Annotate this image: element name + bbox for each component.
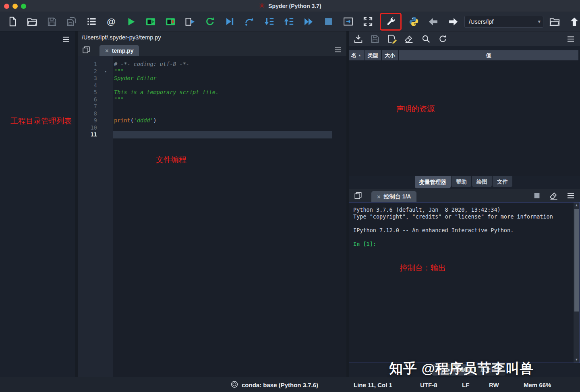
debug-file-button[interactable]	[221, 14, 238, 29]
import-data-button[interactable]	[352, 33, 364, 45]
preferences-button[interactable]	[382, 14, 399, 29]
tab-console-1a[interactable]: × 控制台 1/A	[371, 191, 416, 202]
code-line-11-current[interactable]: 11	[78, 131, 346, 138]
tab-files[interactable]: 文件	[493, 176, 512, 187]
variable-table-body[interactable]: 声明的资源	[349, 60, 580, 176]
code-line-9[interactable]: 9print('dddd')	[78, 117, 346, 124]
code-editor[interactable]: 1# -*- coding: utf-8 -*- 2▾""" 3Spyder E…	[78, 56, 346, 377]
line-number: 1	[78, 61, 98, 68]
symbol-finder-button[interactable]: @	[103, 14, 120, 29]
step-over-button[interactable]	[241, 14, 258, 29]
open-file-button[interactable]	[24, 14, 41, 29]
variable-explorer-menu-button[interactable]	[565, 33, 577, 45]
back-button[interactable]	[425, 14, 442, 29]
continue-button[interactable]	[300, 14, 317, 29]
code-line-8[interactable]: 8	[78, 110, 346, 118]
stop-debug-button[interactable]	[320, 14, 337, 29]
code-line-4[interactable]: 4	[78, 82, 346, 89]
forward-button[interactable]	[445, 14, 462, 29]
window-title: Spyder (Python 3.7)	[259, 2, 321, 10]
line-number: 2	[78, 68, 98, 75]
annotation-declared-resources: 声明的资源	[396, 104, 435, 114]
step-out-button[interactable]	[280, 14, 297, 29]
column-header-name[interactable]: 名▲	[349, 50, 364, 60]
column-header-value[interactable]: 值	[399, 50, 578, 60]
code-line-5[interactable]: 5This is a temporary script file.	[78, 89, 346, 96]
project-options-menu-button[interactable]	[60, 34, 72, 45]
working-directory-combobox[interactable]: /Users/lpf ▾	[464, 16, 543, 28]
save-data-as-button[interactable]	[386, 33, 398, 45]
line-number: 8	[78, 110, 98, 118]
line-number: 10	[78, 124, 98, 132]
project-explorer-panel: 工程目录管理列表	[0, 31, 75, 377]
code-line-2[interactable]: 2▾"""	[78, 68, 346, 75]
code-docstring: """	[114, 96, 124, 103]
breadcrumb-path: /Users/lpf/.spyder-py3/temp.py	[82, 34, 161, 41]
variable-explorer-panel: 名▲ 类型 大小 值 声明的资源 变量管理器 帮助 绘图 文件	[349, 31, 580, 189]
tab-plots[interactable]: 绘图	[472, 176, 492, 187]
save-all-button[interactable]	[63, 14, 80, 29]
refresh-variables-button[interactable]	[437, 33, 449, 45]
column-header-type[interactable]: 类型	[365, 50, 381, 60]
console-output[interactable]: Python 3.7.6 (default, Jan 8 2020, 13:42…	[349, 202, 580, 363]
line-number: 9	[78, 117, 98, 124]
editor-tabbar: × temp.py	[78, 43, 346, 56]
console-prompt[interactable]: In [1]:	[353, 241, 573, 248]
close-tab-icon[interactable]: ×	[105, 47, 109, 54]
minimize-window-button[interactable]	[12, 4, 18, 9]
code-line-1[interactable]: 1# -*- coding: utf-8 -*-	[78, 61, 346, 68]
browse-directory-button[interactable]	[546, 14, 563, 29]
close-tab-icon[interactable]: ×	[377, 194, 381, 200]
permissions-status: RW	[489, 377, 499, 392]
editor-options-menu-button[interactable]	[331, 44, 345, 56]
code-line-3[interactable]: 3Spyder Editor	[78, 75, 346, 82]
remove-variables-button[interactable]	[403, 33, 415, 45]
close-window-button[interactable]	[4, 4, 9, 9]
search-variables-button[interactable]	[420, 33, 432, 45]
code-string: 'dddd'	[134, 117, 153, 124]
save-data-button[interactable]	[369, 33, 381, 45]
code-line-6[interactable]: 6"""	[78, 96, 346, 103]
code-line-7[interactable]: 7	[78, 103, 346, 110]
run-button[interactable]	[122, 14, 139, 29]
variable-table-header: 名▲ 类型 大小 值	[349, 50, 578, 60]
browse-tabs-icon[interactable]	[80, 44, 92, 56]
file-switcher-button[interactable]	[83, 14, 100, 29]
scrollbar-thumb[interactable]	[574, 209, 579, 312]
right-panel-tabs: 变量管理器 帮助 绘图 文件	[349, 176, 580, 189]
zoom-window-button[interactable]	[21, 4, 26, 9]
code-line-10[interactable]: 10	[78, 124, 346, 132]
code-docstring: This is a temporary script file.	[114, 89, 219, 95]
console-options-menu-button[interactable]	[565, 190, 577, 202]
new-file-button[interactable]	[4, 14, 21, 29]
column-header-size[interactable]: 大小	[382, 50, 398, 60]
code-builtin: print	[114, 117, 130, 124]
breadcrumb: /Users/lpf/.spyder-py3/temp.py	[78, 31, 346, 43]
tab-help[interactable]: 帮助	[452, 176, 471, 187]
scroll-up-icon[interactable]: ▲	[576, 202, 578, 208]
sort-asc-icon: ▲	[358, 54, 361, 57]
step-into-button[interactable]	[261, 14, 278, 29]
run-cell-button[interactable]	[142, 14, 159, 29]
tab-variable-explorer[interactable]: 变量管理器	[415, 176, 451, 188]
new-window-button[interactable]	[340, 14, 356, 29]
parent-directory-button[interactable]	[566, 14, 580, 29]
scroll-down-icon[interactable]: ▼	[576, 357, 578, 363]
code-docstring: Spyder Editor	[114, 75, 157, 81]
python-path-button[interactable]	[405, 14, 422, 29]
watermark: 知乎 @程序员节李叫兽	[389, 359, 534, 378]
run-cell-advance-button[interactable]	[162, 14, 179, 29]
browse-tabs-icon[interactable]	[352, 190, 364, 201]
annotation-console-output: 控制台：输出	[400, 263, 446, 273]
save-file-button[interactable]	[44, 14, 60, 29]
fold-arrow-icon[interactable]: ▾	[104, 69, 107, 74]
annotation-project-list: 工程目录管理列表	[10, 116, 72, 126]
console-scrollbar[interactable]: ▲ ▼	[574, 202, 580, 363]
clear-console-button[interactable]	[548, 190, 560, 202]
tab-temp-py[interactable]: × temp.py	[99, 45, 139, 56]
run-selection-button[interactable]	[182, 14, 199, 29]
rerun-cell-button[interactable]	[201, 14, 218, 29]
maximize-pane-button[interactable]	[359, 14, 376, 29]
interrupt-kernel-button[interactable]	[531, 190, 543, 202]
code-docstring: """	[114, 68, 124, 74]
